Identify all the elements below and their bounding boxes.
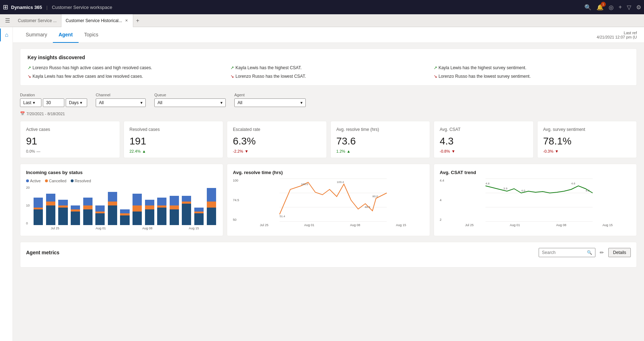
sub-nav: Summary Agent Topics Last ref 4/21/2021 …	[13, 27, 644, 43]
duration-last-select[interactable]: Last ▾	[20, 98, 41, 107]
insight-item: ↘ Lorenzo Russo has the lowest survey se…	[434, 73, 629, 80]
bar-segment	[95, 205, 105, 212]
details-button[interactable]: Details	[608, 248, 631, 257]
bar-segment	[133, 194, 142, 205]
bar-segment	[95, 213, 105, 225]
edit-icon[interactable]: ✏	[598, 248, 605, 257]
filters-row: Duration Last ▾ 30 Days ▾	[20, 93, 637, 107]
bar-segment	[194, 213, 204, 225]
bar-segment	[71, 205, 80, 209]
search-input[interactable]	[542, 250, 585, 255]
search-box[interactable]: 🔍	[539, 248, 595, 257]
bar-segment	[170, 209, 179, 225]
bar-segment	[145, 209, 154, 225]
bar-segment	[83, 205, 93, 209]
bar-segment	[145, 205, 154, 209]
incoming-cases-title: Incoming cases by status	[26, 170, 217, 175]
last-refresh: Last ref 4/21/2021 12:07 pm (U	[596, 31, 637, 39]
bar-segment	[108, 192, 117, 202]
duration-unit-select[interactable]: Days ▾	[66, 98, 87, 107]
bar-group	[70, 205, 81, 225]
agent-metrics-card: Agent metrics 🔍 ✏ Details	[20, 242, 637, 268]
svg-text:106.0: 106.0	[301, 183, 308, 186]
x-axis-labels: Jul 25 Aug 01 Aug 08 Aug 15	[447, 223, 631, 227]
target-icon[interactable]: ◎	[609, 4, 614, 11]
queue-label: Queue	[154, 93, 226, 97]
notification-icon[interactable]: 🔔 1	[596, 4, 604, 11]
bar-segment	[207, 202, 216, 208]
bar-segment	[58, 208, 68, 225]
channel-label: Channel	[96, 93, 146, 97]
bar-segment	[170, 205, 179, 209]
agent-metrics-title: Agent metrics	[26, 250, 59, 255]
y-axis-labels: 4.4 4 2	[440, 179, 446, 222]
notification-badge: 1	[601, 2, 606, 7]
tab-label: Customer Service Historical...	[66, 18, 122, 23]
insights-card: Key insights discovered ↗ Lorenzo Russo …	[20, 49, 637, 86]
agent-metrics-header: Agent metrics 🔍 ✏ Details	[26, 248, 631, 257]
bar-segment	[145, 200, 154, 206]
csat-svg: 4.8 3.9 4.0 4.6 4.0	[447, 179, 631, 222]
new-tab-icon[interactable]: +	[133, 17, 142, 24]
queue-select[interactable]: All ▾	[154, 98, 226, 107]
bar-segment	[71, 212, 80, 225]
bar-group	[57, 200, 69, 225]
hamburger-icon[interactable]: ☰	[1, 17, 14, 24]
agent-metrics-actions: 🔍 ✏ Details	[539, 248, 631, 257]
sidebar: ⌂	[0, 27, 13, 341]
bar-group	[119, 209, 131, 225]
filter-icon[interactable]: ▽	[627, 4, 631, 11]
bar-segment	[170, 196, 179, 206]
close-icon[interactable]: ✕	[124, 18, 129, 23]
duration-filter: Duration Last ▾ 30 Days ▾	[20, 93, 87, 107]
bar-group	[82, 198, 94, 225]
bar-group	[45, 194, 57, 225]
search-icon[interactable]: 🔍	[584, 4, 591, 11]
svg-text:48.3: 48.3	[364, 205, 370, 209]
csat-trend-chart: Avg. CSAT trend 4.4 4 2	[434, 164, 637, 236]
tab-bar: ☰ Customer Service ... Customer Service …	[0, 14, 644, 27]
bar-segment	[157, 198, 166, 205]
insights-title: Key insights discovered	[28, 55, 629, 60]
duration-num-select[interactable]: 30	[43, 98, 64, 107]
bar-segment	[182, 196, 191, 202]
tab-label: Customer Service ...	[18, 18, 57, 23]
tab-historical[interactable]: Customer Service Historical... ✕	[61, 14, 133, 27]
svg-text:80.0: 80.0	[372, 195, 378, 198]
kpi-escalated-rate: Escalated rate 6.3% -2.2% ▼	[227, 121, 327, 158]
bar-segment	[108, 205, 117, 225]
date-range: 📅 7/20/2021 - 8/18/2021	[20, 111, 637, 116]
bar-group	[131, 194, 143, 225]
x-axis-labels: Jul 25 Aug 01 Aug 08 Aug 15	[33, 227, 217, 230]
insights-grid: ↗ Lorenzo Russo has high active cases an…	[28, 65, 629, 80]
bar-segment	[34, 198, 43, 208]
agent-select[interactable]: All ▾	[234, 98, 306, 107]
bar-group	[169, 196, 180, 225]
kpi-avg-csat: Avg. CSAT 4.3 -0.8% ▼	[434, 121, 534, 158]
csat-trend-title: Avg. CSAT trend	[440, 170, 631, 175]
sidebar-home-icon[interactable]: ⌂	[0, 29, 13, 41]
apps-icon[interactable]: ⊞	[3, 3, 8, 11]
bar-segment	[207, 208, 216, 225]
bar-segment	[207, 188, 216, 202]
insight-item: ↗ Lorenzo Russo has high active cases an…	[28, 65, 223, 71]
bar-segment	[83, 209, 93, 225]
tab-topics[interactable]: Topics	[79, 27, 104, 43]
kpi-avg-resolve-time: Avg. resolve time (hrs) 73.6 1.2% ▲	[330, 121, 430, 158]
tab-summary[interactable]: Summary	[20, 27, 53, 43]
bar-group	[107, 192, 119, 225]
settings-icon[interactable]: ⚙	[636, 4, 641, 11]
tab-agent[interactable]: Agent	[53, 27, 79, 43]
chart-legend: Active Cancelled Resolved	[26, 179, 217, 183]
insight-item: ↘ Lorenzo Russo has the lowest CSAT.	[230, 73, 426, 80]
insight-item: ↗ Kayla Lewis has the highest CSAT.	[230, 65, 426, 71]
bar-segment	[46, 205, 55, 225]
channel-select[interactable]: All ▾	[96, 98, 146, 107]
agent-filter: Agent All ▾	[234, 93, 306, 107]
add-icon[interactable]: +	[619, 4, 622, 10]
tab-customer-service[interactable]: Customer Service ...	[14, 14, 61, 27]
bar-group	[193, 208, 205, 225]
filters-section: Duration Last ▾ 30 Days ▾	[20, 93, 637, 116]
body-wrap: ⌂ Summary Agent Topics Last ref 4/21/202…	[0, 27, 644, 341]
svg-text:3.9: 3.9	[503, 187, 508, 190]
